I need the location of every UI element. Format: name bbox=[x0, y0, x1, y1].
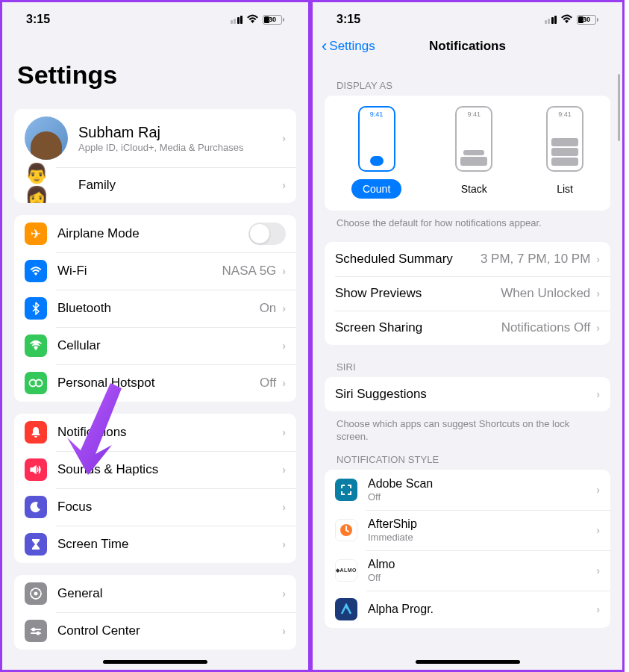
airplane-toggle[interactable] bbox=[248, 223, 286, 245]
notifications-label: Notifications bbox=[57, 425, 282, 440]
chevron-right-icon: › bbox=[596, 253, 600, 265]
bluetooth-label: Bluetooth bbox=[57, 301, 260, 316]
system-section: General › Control Center › bbox=[14, 575, 296, 650]
display-option-stack[interactable]: 9:41 Stack bbox=[455, 106, 492, 199]
almo-icon: ◆ALMO bbox=[335, 559, 357, 582]
siri-label: Siri Suggestions bbox=[335, 387, 596, 402]
chevron-right-icon: › bbox=[282, 464, 286, 476]
chevron-right-icon: › bbox=[282, 179, 286, 191]
general-label: General bbox=[57, 586, 282, 601]
sounds-label: Sounds & Haptics bbox=[57, 462, 282, 477]
phone-list-icon: 9:41 bbox=[546, 106, 583, 172]
wifi-row[interactable]: Wi-Fi NASA 5G › bbox=[14, 252, 296, 290]
focus-icon bbox=[25, 496, 47, 518]
status-indicators: 30 bbox=[545, 13, 599, 26]
app-name: Almo bbox=[368, 558, 596, 571]
back-label: Settings bbox=[329, 39, 375, 54]
cellular-row[interactable]: Cellular › bbox=[14, 327, 296, 364]
chevron-right-icon: › bbox=[596, 287, 600, 299]
status-time: 3:15 bbox=[26, 13, 50, 26]
app-sub: Immediate bbox=[368, 532, 596, 543]
profile-name: Subham Raj bbox=[78, 124, 282, 141]
screen-sharing-row[interactable]: Screen Sharing Notifications Off › bbox=[325, 311, 610, 345]
phone-stack-icon: 9:41 bbox=[455, 106, 492, 172]
home-indicator[interactable] bbox=[416, 660, 520, 664]
back-button[interactable]: ‹ Settings bbox=[322, 37, 375, 56]
cellular-signal-icon bbox=[231, 16, 243, 24]
chevron-right-icon: › bbox=[282, 377, 286, 389]
focus-row[interactable]: Focus › bbox=[14, 488, 296, 526]
siri-section: Siri Suggestions › bbox=[325, 377, 610, 411]
battery-icon: 30 bbox=[577, 15, 598, 25]
scheduled-value: 3 PM, 7 PM, 10 PM bbox=[481, 252, 590, 267]
sharing-value: Notifications Off bbox=[501, 320, 591, 335]
app-row-adobe-scan[interactable]: Adobe Scan Off › bbox=[325, 470, 610, 510]
attention-section: Notifications › Sounds & Haptics › Focus… bbox=[14, 414, 296, 563]
home-indicator[interactable] bbox=[103, 660, 207, 664]
chevron-right-icon: › bbox=[596, 564, 600, 576]
siri-footer: Choose which apps can suggest Shortcuts … bbox=[313, 411, 622, 444]
app-row-almo[interactable]: ◆ALMO Almo Off › bbox=[325, 550, 610, 591]
airplane-label: Airplane Mode bbox=[57, 226, 248, 241]
chevron-right-icon: › bbox=[282, 426, 286, 438]
cellular-icon bbox=[25, 335, 47, 357]
focus-label: Focus bbox=[57, 500, 282, 514]
screen-time-row[interactable]: Screen Time › bbox=[14, 526, 296, 563]
hotspot-icon bbox=[25, 372, 47, 394]
chevron-left-icon: ‹ bbox=[322, 37, 327, 56]
notifications-screen: 3:15 30 ‹ Settings Notifications DISPLAY… bbox=[310, 0, 625, 672]
phone-count-icon: 9:41 bbox=[358, 106, 395, 172]
siri-header: SIRI bbox=[313, 345, 622, 377]
bluetooth-value: On bbox=[260, 301, 277, 316]
display-option-list[interactable]: 9:41 List bbox=[546, 106, 583, 199]
app-list-section: Adobe Scan Off › AfterShip Immediate › ◆… bbox=[325, 470, 610, 628]
wifi-label: Wi-Fi bbox=[57, 264, 222, 279]
count-label: Count bbox=[351, 179, 401, 199]
sounds-row[interactable]: Sounds & Haptics › bbox=[14, 451, 296, 488]
previews-value: When Unlocked bbox=[501, 286, 590, 301]
scheduled-summary-row[interactable]: Scheduled Summary 3 PM, 7 PM, 10 PM › bbox=[325, 242, 610, 276]
display-option-count[interactable]: 9:41 Count bbox=[351, 106, 401, 199]
stack-label: Stack bbox=[461, 179, 487, 199]
list-label: List bbox=[557, 179, 573, 199]
sharing-label: Screen Sharing bbox=[335, 320, 501, 335]
bluetooth-icon bbox=[25, 297, 47, 320]
avatar bbox=[25, 116, 68, 160]
style-header: NOTIFICATION STYLE bbox=[313, 444, 622, 470]
general-row[interactable]: General › bbox=[14, 575, 296, 612]
network-section: ✈ Airplane Mode Wi-Fi NASA 5G › Bluetoot… bbox=[14, 215, 296, 402]
gear-icon bbox=[25, 582, 47, 605]
control-center-label: Control Center bbox=[57, 623, 282, 638]
app-name: Alpha Progr. bbox=[368, 603, 596, 616]
apple-id-row[interactable]: Subham Raj Apple ID, iCloud+, Media & Pu… bbox=[14, 109, 296, 167]
profile-section: Subham Raj Apple ID, iCloud+, Media & Pu… bbox=[14, 109, 296, 203]
app-row-alpha[interactable]: Alpha Progr. › bbox=[325, 591, 610, 628]
airplane-mode-row[interactable]: ✈ Airplane Mode bbox=[14, 215, 296, 252]
profile-subtitle: Apple ID, iCloud+, Media & Purchases bbox=[78, 142, 282, 153]
chevron-right-icon: › bbox=[596, 524, 600, 536]
show-previews-row[interactable]: Show Previews When Unlocked › bbox=[325, 276, 610, 311]
app-row-aftership[interactable]: AfterShip Immediate › bbox=[325, 510, 610, 550]
wifi-settings-icon bbox=[25, 260, 47, 282]
svg-point-5 bbox=[32, 628, 36, 632]
control-center-row[interactable]: Control Center › bbox=[14, 612, 296, 650]
notifications-row[interactable]: Notifications › bbox=[14, 414, 296, 451]
siri-suggestions-row[interactable]: Siri Suggestions › bbox=[325, 377, 610, 411]
cellular-label: Cellular bbox=[57, 338, 282, 353]
family-row[interactable]: 👨👩 Family › bbox=[14, 167, 296, 203]
status-bar: 3:15 30 bbox=[313, 2, 622, 32]
wifi-value: NASA 5G bbox=[222, 264, 277, 279]
chevron-right-icon: › bbox=[282, 538, 286, 550]
sounds-icon bbox=[25, 458, 47, 481]
chevron-right-icon: › bbox=[282, 302, 286, 314]
bluetooth-row[interactable]: Bluetooth On › bbox=[14, 290, 296, 327]
chevron-right-icon: › bbox=[282, 588, 286, 600]
hotspot-row[interactable]: Personal Hotspot Off › bbox=[14, 364, 296, 402]
screen-time-icon bbox=[25, 533, 47, 556]
svg-point-7 bbox=[37, 632, 40, 635]
status-bar: 3:15 30 bbox=[2, 2, 308, 32]
chevron-right-icon: › bbox=[596, 603, 600, 615]
scrollbar[interactable] bbox=[618, 74, 620, 141]
display-as-section: 9:41 Count 9:41 Stack 9:41 List bbox=[325, 96, 610, 211]
adobe-scan-icon bbox=[335, 479, 357, 501]
